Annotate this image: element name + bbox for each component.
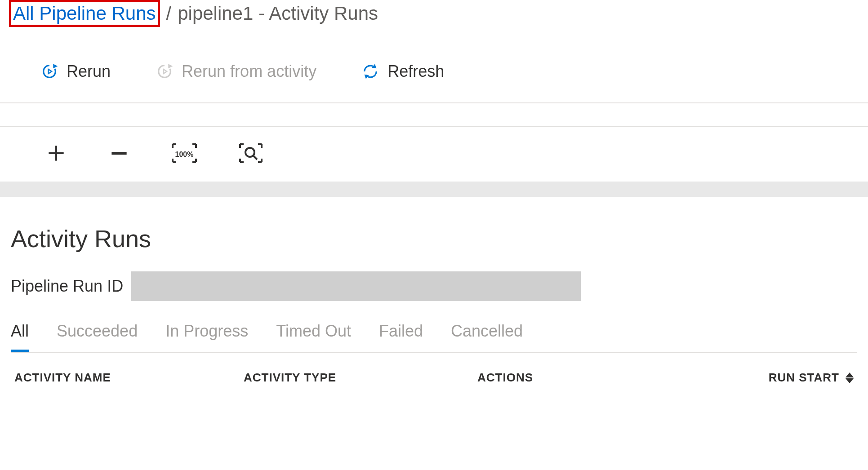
- rerun-from-activity-label: Rerun from activity: [182, 62, 316, 81]
- svg-marker-0: [53, 64, 58, 69]
- plus-icon: [45, 142, 67, 166]
- rerun-label: Rerun: [67, 62, 111, 81]
- toolbar: Rerun Rerun from activity Refresh: [0, 40, 868, 103]
- zoom-fit-icon: [238, 142, 263, 166]
- breadcrumb: All Pipeline Runs / pipeline1 - Activity…: [0, 0, 868, 27]
- zoom-fit-button[interactable]: [238, 142, 263, 166]
- column-activity-name[interactable]: ACTIVITY NAME: [14, 371, 244, 385]
- column-activity-type[interactable]: ACTIVITY TYPE: [244, 371, 477, 385]
- table-header: ACTIVITY NAME ACTIVITY TYPE ACTIONS RUN …: [11, 353, 857, 385]
- column-run-start[interactable]: RUN START: [752, 371, 854, 385]
- filter-tabs: All Succeeded In Progress Timed Out Fail…: [11, 322, 857, 353]
- column-run-start-label: RUN START: [769, 371, 839, 385]
- refresh-icon: [361, 62, 379, 80]
- zoom-reset-button[interactable]: 100%: [171, 142, 198, 166]
- filter-tab-all[interactable]: All: [11, 322, 29, 352]
- refresh-label: Refresh: [387, 62, 444, 81]
- zoom-bar: 100%: [0, 126, 868, 182]
- pipeline-run-id-label: Pipeline Run ID: [11, 277, 123, 296]
- rerun-button[interactable]: Rerun: [40, 62, 111, 81]
- activity-runs-section: Activity Runs Pipeline Run ID All Succee…: [0, 225, 868, 385]
- svg-text:100%: 100%: [175, 151, 194, 158]
- breadcrumb-link-all-pipeline-runs[interactable]: All Pipeline Runs: [9, 0, 160, 27]
- filter-tab-cancelled[interactable]: Cancelled: [451, 322, 523, 352]
- zoom-out-button[interactable]: [108, 142, 130, 166]
- breadcrumb-separator: /: [166, 3, 172, 24]
- svg-marker-2: [168, 64, 173, 69]
- rerun-icon: [40, 62, 58, 80]
- column-actions[interactable]: ACTIONS: [477, 371, 752, 385]
- zoom-100-icon: 100%: [171, 142, 198, 166]
- filter-tab-succeeded[interactable]: Succeeded: [57, 322, 138, 352]
- zoom-in-button[interactable]: [45, 142, 67, 166]
- pipeline-run-id-row: Pipeline Run ID: [11, 271, 857, 301]
- rerun-activity-icon: [156, 62, 174, 80]
- svg-line-11: [254, 156, 257, 160]
- svg-marker-3: [164, 69, 167, 74]
- refresh-button[interactable]: Refresh: [361, 62, 444, 81]
- section-title: Activity Runs: [11, 225, 857, 253]
- minus-icon: [108, 142, 130, 166]
- pipeline-run-id-value: [131, 271, 581, 301]
- breadcrumb-current: pipeline1 - Activity Runs: [178, 3, 378, 24]
- canvas-placeholder: [0, 182, 868, 197]
- filter-tab-failed[interactable]: Failed: [379, 322, 423, 352]
- filter-tab-timed-out[interactable]: Timed Out: [276, 322, 351, 352]
- sort-icon: [846, 372, 854, 383]
- filter-tab-in-progress[interactable]: In Progress: [165, 322, 248, 352]
- rerun-from-activity-button: Rerun from activity: [156, 62, 316, 81]
- svg-point-10: [245, 148, 254, 157]
- svg-marker-1: [49, 69, 52, 74]
